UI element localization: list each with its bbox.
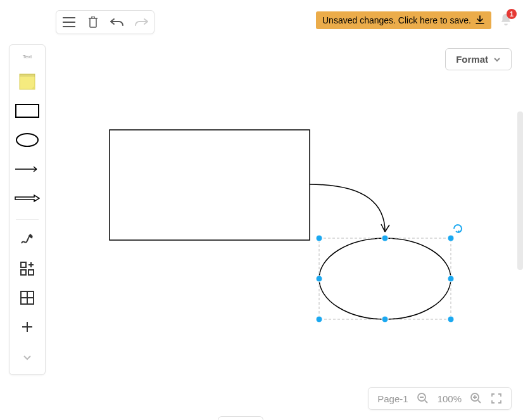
- page-label[interactable]: Page-1: [377, 393, 408, 404]
- resize-handle-sw[interactable]: [316, 316, 322, 322]
- more-tool-icon[interactable]: [15, 316, 40, 338]
- canvas-rectangle[interactable]: [110, 130, 310, 240]
- svg-rect-4: [21, 270, 26, 275]
- sidebar-divider: [16, 219, 39, 220]
- resize-handle-se[interactable]: [448, 316, 454, 322]
- svg-point-2: [16, 134, 38, 146]
- svg-rect-1: [16, 105, 39, 117]
- canvas-ellipse[interactable]: [319, 238, 451, 319]
- delete-icon[interactable]: [85, 15, 101, 30]
- rotate-handle[interactable]: [454, 225, 462, 232]
- resize-handle-w[interactable]: [316, 276, 322, 282]
- unsaved-changes-banner[interactable]: Unsaved changes. Click here to save.: [316, 11, 491, 29]
- freehand-tool-icon[interactable]: [15, 229, 40, 250]
- table-tool-icon[interactable]: [15, 287, 40, 309]
- zoom-out-icon[interactable]: [417, 393, 429, 404]
- banner-text: Unsaved changes. Click here to save.: [322, 15, 471, 25]
- resize-handle-n[interactable]: [382, 235, 388, 241]
- resize-handle-s[interactable]: [382, 316, 388, 322]
- page-tab-nub[interactable]: [218, 416, 263, 420]
- zoom-in-icon[interactable]: [470, 393, 482, 404]
- status-bar: Page-1 100%: [368, 387, 512, 410]
- svg-rect-5: [28, 270, 34, 275]
- vertical-scrollbar[interactable]: [517, 111, 523, 270]
- notifications-badge: 1: [507, 9, 517, 19]
- thick-arrow-shape[interactable]: [15, 188, 40, 209]
- sticky-note-shape[interactable]: [15, 71, 40, 92]
- canvas-connector[interactable]: [310, 184, 385, 232]
- undo-icon[interactable]: [110, 15, 125, 30]
- download-icon: [475, 15, 485, 25]
- ellipse-shape[interactable]: [15, 129, 40, 151]
- notifications-button[interactable]: 1: [499, 13, 513, 27]
- diagram-canvas[interactable]: [54, 41, 523, 420]
- fullscreen-icon[interactable]: [491, 393, 502, 404]
- resize-handle-nw[interactable]: [316, 235, 322, 241]
- zoom-level[interactable]: 100%: [438, 393, 462, 404]
- shape-sidebar: Text: [9, 44, 46, 375]
- top-toolbar: [56, 10, 154, 34]
- rectangle-shape[interactable]: [15, 100, 40, 122]
- thin-arrow-shape[interactable]: [15, 158, 40, 180]
- svg-rect-3: [21, 262, 26, 267]
- resize-handle-e[interactable]: [448, 276, 454, 282]
- resize-handle-ne[interactable]: [448, 235, 454, 241]
- redo-icon[interactable]: [134, 15, 149, 30]
- menu-icon[interactable]: [61, 15, 77, 30]
- add-shapes-icon[interactable]: [15, 258, 40, 279]
- collapse-sidebar-icon[interactable]: [15, 347, 40, 368]
- text-tool-label[interactable]: Text: [23, 54, 32, 60]
